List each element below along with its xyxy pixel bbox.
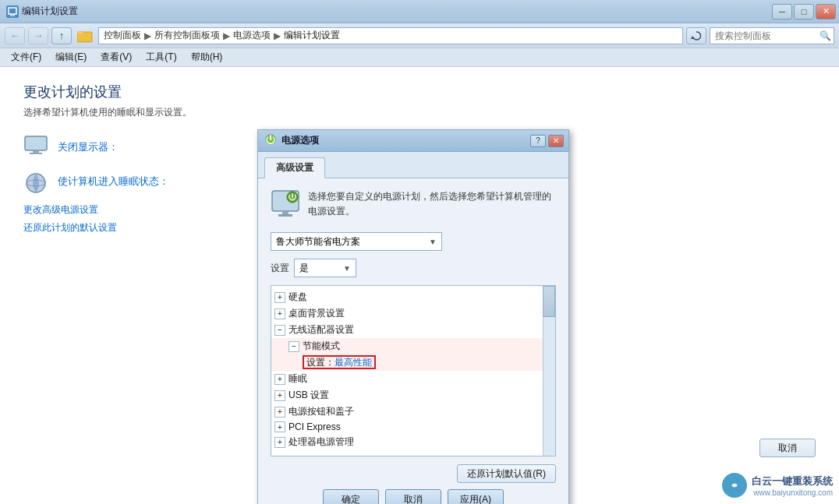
- ok-button[interactable]: 确定: [323, 489, 379, 504]
- tab-advanced-settings[interactable]: 高级设置: [264, 157, 325, 178]
- menu-help[interactable]: 帮助(H): [185, 49, 229, 65]
- sleep-icon: [23, 171, 48, 192]
- back-button[interactable]: ←: [5, 27, 25, 44]
- page-subtitle: 选择希望计算机使用的睡眠和显示设置。: [23, 106, 816, 119]
- tree-scrollbar[interactable]: [543, 286, 555, 456]
- address-path[interactable]: 控制面板 ▶ 所有控制面板项 ▶ 电源选项 ▶ 编辑计划设置: [98, 27, 683, 44]
- dialog-action-btns: 确定 取消 应用(A): [271, 489, 556, 504]
- refresh-button[interactable]: [686, 27, 706, 44]
- svg-rect-14: [278, 214, 292, 217]
- tree-item-wireless[interactable]: − 无线适配器设置: [271, 322, 543, 338]
- option-link-1[interactable]: 关闭显示器：: [58, 140, 119, 154]
- apply-button[interactable]: 应用(A): [448, 489, 504, 504]
- plan-dropdown[interactable]: 鲁大师节能省电方案 ▼: [271, 232, 442, 251]
- tree-expand-cpu-power[interactable]: +: [274, 437, 285, 448]
- crumb-2: 所有控制面板项: [154, 29, 220, 42]
- watermark-text: 白云一键重装系统 www.baiyunxitong.com: [752, 474, 833, 497]
- dialog-tab-bar: 高级设置: [258, 152, 568, 178]
- tree-container: + 硬盘 + 桌面背景设置 − 无线适配器设置: [271, 285, 556, 456]
- crumb-1: 控制面板: [104, 29, 141, 42]
- title-bar: 编辑计划设置 ─ □ ✕: [0, 0, 839, 23]
- forward-button[interactable]: →: [28, 27, 48, 44]
- menu-file[interactable]: 文件(F): [5, 49, 48, 65]
- tree-label-power-button: 电源按钮和盖子: [289, 405, 354, 418]
- dialog-title-text: 电源选项: [281, 134, 319, 147]
- title-bar-buttons: ─ □ ✕: [772, 4, 836, 19]
- tree-label-desktop-bg: 桌面背景设置: [289, 307, 345, 320]
- dialog-desc-text: 选择您要自定义的电源计划，然后选择您希望计算机管理的电源设置。: [308, 189, 556, 219]
- dialog-title-bar: 电源选项 ? ✕: [258, 130, 568, 152]
- tree-scroll-thumb[interactable]: [543, 286, 555, 317]
- dialog-help-button[interactable]: ?: [530, 135, 546, 147]
- address-bar: ← → ↑ 控制面板 ▶ 所有控制面板项 ▶ 电源选项 ▶ 编辑计划设置 🔍: [0, 23, 839, 48]
- tree-item-desktop-bg[interactable]: + 桌面背景设置: [271, 305, 543, 322]
- main-cancel-button[interactable]: 取消: [759, 439, 816, 457]
- monitor-icon: [23, 135, 48, 160]
- tree-label-power-save: 节能模式: [303, 340, 340, 353]
- dropdown-arrow-icon: ▼: [429, 238, 437, 246]
- settings-value: 是: [299, 262, 309, 275]
- tree-expand-desktop-bg[interactable]: +: [274, 308, 285, 319]
- settings-dropdown-arrow-icon: ▼: [343, 264, 351, 273]
- restore-plan-defaults-button[interactable]: 还原计划默认值(R): [457, 464, 556, 483]
- cancel-button[interactable]: 取消: [385, 489, 441, 504]
- menu-bar: 文件(F) 编辑(E) 查看(V) 工具(T) 帮助(H): [0, 48, 839, 67]
- minimize-button[interactable]: ─: [772, 4, 792, 19]
- watermark-line2: www.baiyunxitong.com: [752, 488, 833, 497]
- menu-tools[interactable]: 工具(T): [140, 49, 182, 65]
- tree-item-sleep[interactable]: + 睡眠: [271, 371, 543, 387]
- folder-icon: [77, 29, 93, 43]
- watermark-logo: [722, 473, 747, 498]
- search-wrap: 🔍: [710, 27, 834, 44]
- tree-expand-sleep[interactable]: +: [274, 374, 285, 385]
- tree-item-pci[interactable]: + PCI Express: [271, 420, 543, 434]
- dialog-bottom: 还原计划默认值(R) 确定 取消 应用(A): [271, 464, 556, 504]
- dropdown-row: 鲁大师节能省电方案 ▼: [271, 232, 556, 251]
- watermark-line1: 白云一键重装系统: [752, 474, 833, 488]
- dialog-body: 选择您要自定义的电源计划，然后选择您希望计算机管理的电源设置。 鲁大师节能省电方…: [258, 178, 568, 504]
- tree-label-pci: PCI Express: [289, 421, 341, 432]
- title-bar-left: 编辑计划设置: [6, 5, 78, 18]
- tree-label-power-setting: 设置：最高性能: [303, 356, 376, 369]
- setting-prefix: 设置：: [306, 357, 335, 368]
- option-link-2[interactable]: 使计算机进入睡眠状态：: [58, 174, 169, 189]
- settings-dropdown[interactable]: 是 ▼: [294, 259, 356, 277]
- tree-expand-disk[interactable]: +: [274, 292, 285, 303]
- up-button[interactable]: ↑: [51, 27, 72, 44]
- tree-item-cpu-power[interactable]: + 处理器电源管理: [271, 434, 543, 450]
- tree-item-disk[interactable]: + 硬盘: [271, 289, 543, 305]
- main-content: 更改计划的设置 选择希望计算机使用的睡眠和显示设置。 关闭显示器：: [0, 67, 839, 504]
- tree-item-power-setting[interactable]: 设置：最高性能: [271, 354, 543, 371]
- restore-btn-row: 还原计划默认值(R): [271, 464, 556, 483]
- svg-rect-7: [33, 150, 39, 153]
- dialog-power-icon-body: [271, 189, 300, 221]
- tree-expand-pci[interactable]: +: [274, 421, 285, 432]
- tree-label-cpu-power: 处理器电源管理: [289, 435, 354, 449]
- window-close-button[interactable]: ✕: [816, 4, 836, 19]
- menu-view[interactable]: 查看(V): [94, 49, 138, 65]
- crumb-3: 电源选项: [233, 29, 271, 42]
- menu-edit[interactable]: 编辑(E): [49, 49, 93, 65]
- tree-expand-power-save[interactable]: −: [289, 341, 299, 352]
- tree-item-power-button[interactable]: + 电源按钮和盖子: [271, 404, 543, 420]
- dialog-close-button[interactable]: ✕: [548, 135, 564, 147]
- search-input[interactable]: [710, 27, 834, 44]
- tree-item-power-save[interactable]: − 节能模式: [271, 338, 543, 354]
- power-options-dialog: 电源选项 ? ✕ 高级设置: [257, 129, 569, 504]
- window-title: 编辑计划设置: [22, 5, 78, 18]
- svg-rect-13: [282, 211, 289, 214]
- tree-content: + 硬盘 + 桌面背景设置 − 无线适配器设置: [271, 286, 543, 453]
- window-icon: [6, 5, 19, 18]
- tree-expand-wireless[interactable]: −: [274, 325, 285, 336]
- search-icon[interactable]: 🔍: [819, 30, 831, 42]
- tree-label-usb: USB 设置: [289, 389, 329, 402]
- setting-link[interactable]: 最高性能: [335, 357, 372, 368]
- window-frame: 编辑计划设置 ─ □ ✕ ← → ↑ 控制面板 ▶ 所有控制面板项 ▶ 电源选项…: [0, 0, 839, 504]
- tree-expand-usb[interactable]: +: [274, 390, 285, 401]
- svg-rect-8: [30, 153, 42, 154]
- tree-item-usb[interactable]: + USB 设置: [271, 387, 543, 404]
- tree-expand-power-button[interactable]: +: [274, 407, 285, 418]
- dialog-power-icon-title: [264, 133, 277, 148]
- settings-label: 设置: [271, 262, 289, 275]
- maximize-button[interactable]: □: [794, 4, 814, 19]
